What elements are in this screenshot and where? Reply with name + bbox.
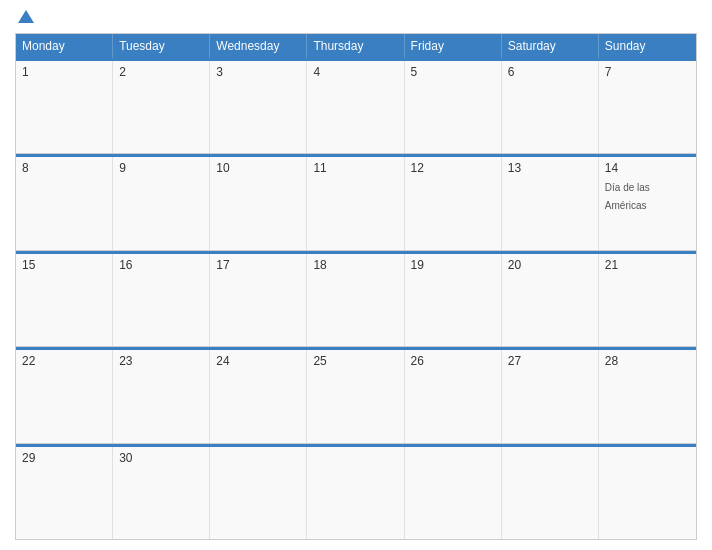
day-header: Tuesday <box>113 34 210 58</box>
day-number: 22 <box>22 354 106 368</box>
week-row: 2930 <box>16 447 696 539</box>
day-number: 26 <box>411 354 495 368</box>
day-cell <box>210 447 307 539</box>
day-cell: 19 <box>405 254 502 346</box>
day-cell: 30 <box>113 447 210 539</box>
day-cell: 26 <box>405 350 502 442</box>
logo-triangle-icon <box>18 10 34 23</box>
day-number: 9 <box>119 161 203 175</box>
day-number: 30 <box>119 451 203 465</box>
week-row: 15161718192021 <box>16 254 696 347</box>
day-cell: 10 <box>210 157 307 249</box>
week-row: 891011121314Día de las Américas <box>16 157 696 250</box>
day-cell: 9 <box>113 157 210 249</box>
day-cell: 17 <box>210 254 307 346</box>
weeks-container: 1234567891011121314Día de las Américas15… <box>16 58 696 539</box>
day-number: 25 <box>313 354 397 368</box>
day-cell: 29 <box>16 447 113 539</box>
day-cell: 27 <box>502 350 599 442</box>
day-cell: 18 <box>307 254 404 346</box>
day-number: 23 <box>119 354 203 368</box>
day-cell: 2 <box>113 61 210 153</box>
day-cell: 7 <box>599 61 696 153</box>
day-number: 5 <box>411 65 495 79</box>
day-number: 12 <box>411 161 495 175</box>
day-number: 2 <box>119 65 203 79</box>
day-cell: 14Día de las Américas <box>599 157 696 249</box>
day-header: Wednesday <box>210 34 307 58</box>
day-cell: 12 <box>405 157 502 249</box>
day-cell: 20 <box>502 254 599 346</box>
day-number: 18 <box>313 258 397 272</box>
page: MondayTuesdayWednesdayThursdayFridaySatu… <box>0 0 712 550</box>
day-cell <box>599 447 696 539</box>
day-cell: 5 <box>405 61 502 153</box>
day-number: 7 <box>605 65 690 79</box>
day-cell: 24 <box>210 350 307 442</box>
day-cell: 13 <box>502 157 599 249</box>
day-cell: 1 <box>16 61 113 153</box>
day-number: 20 <box>508 258 592 272</box>
week-row: 22232425262728 <box>16 350 696 443</box>
holiday-name: Día de las Américas <box>605 182 650 211</box>
day-cell: 11 <box>307 157 404 249</box>
day-cell: 23 <box>113 350 210 442</box>
day-cell: 22 <box>16 350 113 442</box>
header <box>15 10 697 25</box>
day-header: Thursday <box>307 34 404 58</box>
day-cell: 25 <box>307 350 404 442</box>
day-number: 3 <box>216 65 300 79</box>
day-number: 13 <box>508 161 592 175</box>
day-number: 4 <box>313 65 397 79</box>
day-cell: 28 <box>599 350 696 442</box>
day-cell: 6 <box>502 61 599 153</box>
day-number: 10 <box>216 161 300 175</box>
day-number: 6 <box>508 65 592 79</box>
day-cell <box>307 447 404 539</box>
day-number: 15 <box>22 258 106 272</box>
day-number: 1 <box>22 65 106 79</box>
logo <box>15 10 34 25</box>
day-cell: 21 <box>599 254 696 346</box>
day-header: Saturday <box>502 34 599 58</box>
day-cell <box>502 447 599 539</box>
day-number: 24 <box>216 354 300 368</box>
day-number: 17 <box>216 258 300 272</box>
week-row: 1234567 <box>16 61 696 154</box>
day-headers-row: MondayTuesdayWednesdayThursdayFridaySatu… <box>16 34 696 58</box>
day-number: 21 <box>605 258 690 272</box>
day-number: 11 <box>313 161 397 175</box>
day-cell: 3 <box>210 61 307 153</box>
day-header: Friday <box>405 34 502 58</box>
day-number: 8 <box>22 161 106 175</box>
day-cell <box>405 447 502 539</box>
day-number: 14 <box>605 161 690 175</box>
day-cell: 8 <box>16 157 113 249</box>
logo-blue-text <box>15 10 34 25</box>
day-number: 27 <box>508 354 592 368</box>
day-header: Sunday <box>599 34 696 58</box>
day-cell: 15 <box>16 254 113 346</box>
calendar: MondayTuesdayWednesdayThursdayFridaySatu… <box>15 33 697 540</box>
day-cell: 4 <box>307 61 404 153</box>
day-cell: 16 <box>113 254 210 346</box>
day-number: 28 <box>605 354 690 368</box>
day-number: 29 <box>22 451 106 465</box>
day-number: 19 <box>411 258 495 272</box>
day-number: 16 <box>119 258 203 272</box>
day-header: Monday <box>16 34 113 58</box>
